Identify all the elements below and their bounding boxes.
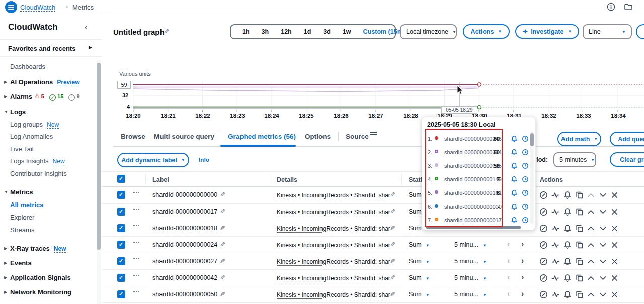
move-down-icon[interactable] [599,191,607,199]
period-select[interactable]: 5 minutes ▼ [553,152,596,167]
sidebar-item-contributor-insights[interactable]: Contributor Insights [0,170,96,179]
move-down-icon[interactable] [599,208,607,216]
create-alarm-icon[interactable] [511,162,518,171]
alarm-bell-icon[interactable] [563,290,572,299]
breadcrumb-cloudwatch[interactable]: CloudWatch [20,4,55,12]
edit-details-icon[interactable]: ✎ [390,274,395,281]
sparkline-icon[interactable] [551,191,560,199]
row-checkbox[interactable] [117,208,125,216]
edit-details-icon[interactable]: ✎ [390,224,395,232]
alarm-bell-icon[interactable] [563,191,572,199]
remove-icon[interactable] [610,257,619,266]
metric-details-link[interactable]: Kinesis • IncomingRecords • ShardId: sha… [277,275,390,282]
investigate-button[interactable]: ✦ Investigate ▼ [515,24,579,39]
sparkline-icon[interactable] [551,208,560,216]
edit-label-icon[interactable]: ✎ [220,224,225,232]
expand-icon[interactable]: ▶ [4,80,7,84]
period-next-icon[interactable]: › [521,256,524,265]
row-checkbox[interactable] [117,274,125,282]
sidebar-item-alarms[interactable]: ▶ Alarms ⚠ 5 ✓ 15 ⋯ 9 [0,93,96,102]
edit-label-icon[interactable]: ✎ [220,290,225,298]
new-badge[interactable]: New [47,121,59,129]
collapse-icon[interactable]: ▼ [4,190,8,194]
metric-color-swatch[interactable] [133,208,139,210]
gauge-icon[interactable] [539,224,548,233]
duplicate-icon[interactable] [575,208,584,216]
metric-details-link[interactable]: Kinesis • IncomingRecords • ShardId: sha… [277,209,390,216]
move-up-icon[interactable] [587,191,595,199]
graph-type-select[interactable]: Line ▼ [583,24,632,39]
add-dynamic-label-button[interactable]: Add dynamic label ▼ [117,153,189,167]
move-up-icon[interactable] [587,208,595,216]
timezone-select[interactable]: Local timezone ▼ [400,24,457,39]
sparkline-icon[interactable] [551,241,560,249]
tab-multi-source-query[interactable]: Multi source query [154,133,214,140]
popup-vertical-scrollbar[interactable] [530,133,534,146]
edit-label-icon[interactable]: ✎ [220,274,225,281]
folder-icon[interactable] [624,3,633,13]
new-badge[interactable]: New [54,245,66,253]
alarm-bell-icon[interactable] [563,274,572,282]
sidebar-item-live-tail[interactable]: Live Tail [0,145,96,154]
history-clock-icon[interactable] [522,217,529,226]
metric-color-swatch[interactable] [133,274,139,276]
alarm-bell-icon[interactable] [563,224,572,233]
services-menu-icon[interactable] [5,1,17,13]
preview-badge[interactable]: Preview [57,79,79,86]
sidebar-item-xray-traces[interactable]: ▶ X-Ray tracesNew [0,245,96,254]
move-up-icon[interactable] [587,290,595,299]
tab-options[interactable]: Options [305,133,331,140]
move-down-icon[interactable] [599,290,607,299]
tab-graphed-metrics[interactable]: Graphed metrics (56) [228,133,296,140]
period-dropdown[interactable]: 5 minu...▼ [454,258,487,265]
metric-color-swatch[interactable] [133,257,139,259]
create-alarm-icon[interactable] [511,149,518,158]
gauge-icon[interactable] [539,290,548,299]
sidebar-collapse-icon[interactable]: ‹ [85,23,87,32]
range-1w[interactable]: 1w [337,28,357,35]
metric-details-link[interactable]: Kinesis • IncomingRecords • ShardId: sha… [277,242,390,249]
panel-menu-icon[interactable] [370,131,377,136]
metric-details-link[interactable]: Kinesis • IncomingRecords • ShardId: sha… [277,258,390,266]
create-alarm-icon[interactable] [511,203,518,212]
period-next-icon[interactable]: › [521,273,524,282]
edit-details-icon[interactable]: ✎ [390,257,395,265]
gauge-icon[interactable] [539,257,548,266]
alarm-bell-icon[interactable] [563,257,572,266]
history-clock-icon[interactable] [522,149,529,158]
history-clock-icon[interactable] [522,135,529,144]
gauge-icon[interactable] [539,241,548,249]
sidebar-item-dashboards[interactable]: Dashboards [0,63,96,72]
metric-color-swatch[interactable] [133,191,139,193]
remove-icon[interactable] [610,208,619,216]
sidebar-item-events[interactable]: ▶ Events [0,259,96,268]
period-next-icon[interactable]: › [521,289,524,298]
period-prev-icon[interactable]: ‹ [507,289,510,298]
edit-details-icon[interactable]: ✎ [390,208,395,215]
sidebar-item-log-anomalies[interactable]: Log Anomalies [0,133,96,142]
clear-graph-button[interactable]: Clear graph [610,152,644,167]
move-up-icon[interactable] [587,241,595,249]
duplicate-icon[interactable] [575,290,584,299]
create-alarm-icon[interactable] [511,189,518,198]
edit-title-icon[interactable]: ✎ [164,28,169,35]
expand-icon[interactable]: ▶ [4,246,7,251]
edit-label-icon[interactable]: ✎ [220,191,225,198]
history-clock-icon[interactable] [522,189,529,198]
create-alarm-icon[interactable] [511,135,518,144]
row-checkbox[interactable] [117,257,125,265]
create-alarm-icon[interactable] [511,176,518,185]
gauge-icon[interactable] [539,191,548,199]
history-clock-icon[interactable] [522,203,529,212]
sparkline-icon[interactable] [551,224,560,233]
create-alarm-icon[interactable] [511,217,518,226]
favorites-expand-icon[interactable]: ▶ [89,45,92,50]
edit-label-icon[interactable]: ✎ [220,241,225,248]
metric-color-swatch[interactable] [133,224,139,226]
row-checkbox[interactable] [117,290,125,298]
sparkline-icon[interactable] [551,274,560,282]
history-clock-icon[interactable] [522,176,529,185]
row-checkbox[interactable] [117,241,125,249]
edit-details-icon[interactable]: ✎ [390,290,395,298]
metric-details-link[interactable]: Kinesis • IncomingRecords • ShardId: sha… [277,225,390,233]
